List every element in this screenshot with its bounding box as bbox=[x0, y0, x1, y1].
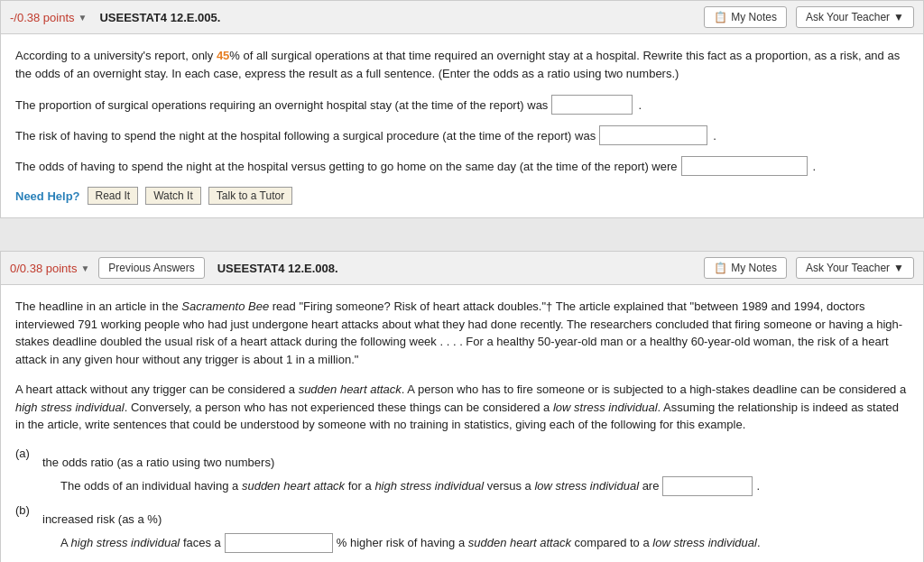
answer-row-proportion: The proportion of surgical operations re… bbox=[15, 95, 909, 115]
question-2-text-p1: The headline in an article in the Sacram… bbox=[15, 298, 909, 368]
odds-ratio-input[interactable] bbox=[662, 476, 753, 496]
risk-input[interactable] bbox=[599, 125, 707, 145]
my-notes-button-2[interactable]: 📋 My Notes bbox=[704, 257, 787, 279]
part-a-row: (a) the odds ratio (as a ratio using two… bbox=[15, 447, 909, 496]
talk-to-tutor-button[interactable]: Talk to a Tutor bbox=[208, 187, 292, 205]
part-a-label: (a) bbox=[15, 447, 33, 460]
need-help-section: Need Help? Read It Watch It Talk to a Tu… bbox=[15, 187, 909, 205]
increased-risk-input[interactable] bbox=[225, 533, 333, 553]
question-1-text: According to a university's report, only… bbox=[15, 47, 909, 82]
question-2-body: The headline in an article in the Sacram… bbox=[1, 285, 923, 562]
points-badge-1[interactable]: -/0.38 points ▼ bbox=[10, 11, 87, 24]
question-2-header: 0/0.38 points ▼ Previous Answers USEESTA… bbox=[1, 252, 923, 285]
answer-row-risk: The risk of having to spend the night at… bbox=[15, 125, 909, 145]
proportion-input[interactable] bbox=[551, 95, 633, 115]
odds-input[interactable] bbox=[681, 156, 808, 176]
question-id-1: USEESTAT4 12.E.005. bbox=[99, 11, 220, 24]
question-2: 0/0.38 points ▼ Previous Answers USEESTA… bbox=[0, 251, 924, 562]
part-b-desc: increased risk (as a %) bbox=[42, 512, 909, 526]
need-help-label: Need Help? bbox=[15, 189, 80, 203]
question-1: -/0.38 points ▼ USEESTAT4 12.E.005. 📋 My… bbox=[0, 0, 924, 218]
part-b-label: (b) bbox=[15, 503, 33, 517]
chevron-down-icon-ask-2: ▼ bbox=[893, 262, 904, 274]
watch-it-button[interactable]: Watch It bbox=[145, 187, 201, 205]
chevron-down-icon-ask-1: ▼ bbox=[893, 11, 904, 23]
points-badge-2[interactable]: 0/0.38 points ▼ bbox=[10, 262, 89, 275]
previous-answers-button[interactable]: Previous Answers bbox=[98, 257, 204, 279]
read-it-button[interactable]: Read It bbox=[88, 187, 139, 205]
question-2-text-p2: A heart attack without any trigger can b… bbox=[15, 381, 909, 434]
ask-teacher-button-2[interactable]: Ask Your Teacher ▼ bbox=[796, 257, 914, 279]
part-a-desc: the odds ratio (as a ratio using two num… bbox=[42, 456, 909, 469]
answer-row-odds: The odds of having to spend the night at… bbox=[15, 156, 909, 176]
part-a-content: the odds ratio (as a ratio using two num… bbox=[42, 447, 909, 496]
part-a-answer-row: The odds of an individual having a sudde… bbox=[42, 476, 909, 496]
part-b-answer-row: A high stress individual faces a % highe… bbox=[42, 533, 909, 553]
points-value-1: -/0.38 points bbox=[10, 11, 75, 24]
notes-icon-2: 📋 bbox=[714, 262, 727, 274]
part-b-row: (b) increased risk (as a %) A high stres… bbox=[15, 503, 909, 553]
points-value-2: 0/0.38 points bbox=[10, 262, 77, 275]
part-b-content: increased risk (as a %) A high stress in… bbox=[42, 503, 909, 553]
question-1-body: According to a university's report, only… bbox=[1, 34, 923, 217]
highlight-45: 45 bbox=[217, 49, 229, 62]
my-notes-button-1[interactable]: 📋 My Notes bbox=[704, 6, 787, 28]
question-1-header: -/0.38 points ▼ USEESTAT4 12.E.005. 📋 My… bbox=[1, 1, 923, 34]
section-divider bbox=[0, 235, 924, 251]
notes-icon-1: 📋 bbox=[714, 11, 727, 23]
chevron-down-icon-2: ▼ bbox=[80, 263, 89, 273]
chevron-down-icon-1: ▼ bbox=[79, 13, 88, 23]
ask-teacher-button-1[interactable]: Ask Your Teacher ▼ bbox=[796, 6, 914, 28]
question-id-2: USEESTAT4 12.E.008. bbox=[217, 262, 338, 275]
